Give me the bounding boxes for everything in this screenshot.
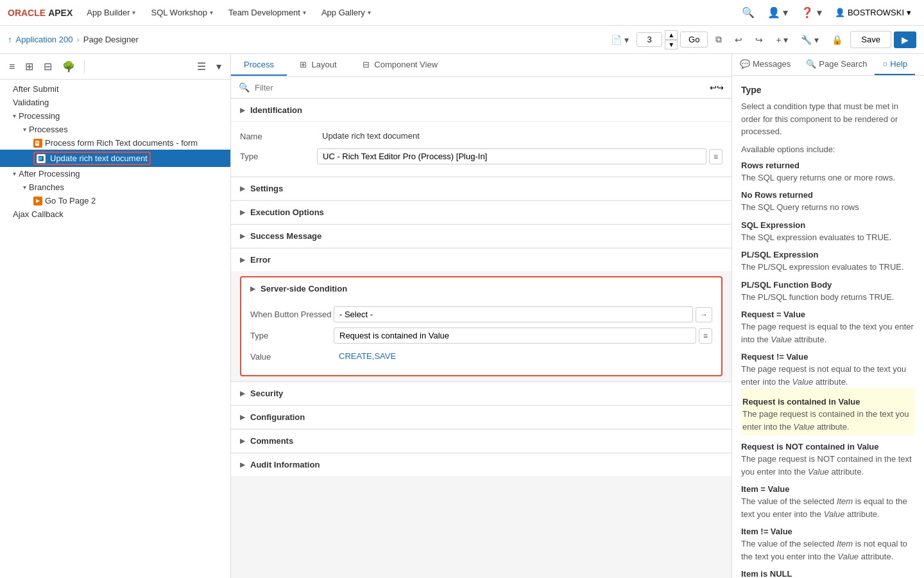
left-panel: ≡ ⊞ ⊟ 🌳 ☰ ▾ After Submit Validating ▾ Pr… xyxy=(0,54,231,578)
when-button-row: When Button Pressed - Select - → xyxy=(250,306,712,322)
go-button[interactable]: Go xyxy=(680,31,708,48)
center-panel: Process ⊞ Layout ⊟ Component View 🔍 ↩↪ xyxy=(231,54,732,578)
user-profile-btn[interactable]: 👤 BOSTROWSKI ▾ xyxy=(830,5,916,20)
condition-type-options-btn[interactable]: ≡ xyxy=(699,328,712,344)
filter-action-btn[interactable]: ↩↪ xyxy=(710,83,724,92)
success-message-chevron: ▶ xyxy=(240,232,245,240)
section-identification: ▶ Identification Name Update rich text d… xyxy=(231,98,732,176)
undo-icon-btn[interactable]: ↩ xyxy=(730,32,748,48)
section-execution-options: ▶ Execution Options xyxy=(231,200,732,223)
tree-item-ajax-callback[interactable]: Ajax Callback xyxy=(0,207,230,221)
tree-item-after-submit[interactable]: After Submit xyxy=(0,82,230,96)
add-icon-btn[interactable]: + ▾ xyxy=(771,32,793,48)
tree-item-process-form[interactable]: Process form Rich Text documents - form xyxy=(0,136,230,150)
security-header[interactable]: ▶ Security xyxy=(231,381,732,405)
save-button[interactable]: Save xyxy=(850,31,891,48)
user-chevron-icon: ▾ xyxy=(907,8,911,17)
tree-item-processes[interactable]: ▾ Processes xyxy=(0,123,230,136)
when-button-options-btn[interactable]: → xyxy=(696,307,712,322)
branch-icon xyxy=(33,197,42,206)
section-security: ▶ Security xyxy=(231,381,732,405)
comments-chevron: ▶ xyxy=(240,437,245,444)
tab-component-view[interactable]: ⊟ Component View xyxy=(350,55,450,76)
more-icon[interactable]: ▾ xyxy=(212,58,225,75)
configuration-chevron: ▶ xyxy=(240,414,245,421)
tree-item-after-processing[interactable]: ▾ After Processing xyxy=(0,167,230,180)
svg-marker-5 xyxy=(36,199,40,203)
team-development-menu[interactable]: Team Development ▾ xyxy=(222,5,312,20)
redo-icon-btn[interactable]: ↪ xyxy=(750,32,768,48)
type-select[interactable]: UC - Rich Text Editor Pro (Process) [Plu… xyxy=(317,148,706,164)
branches-chevron: ▾ xyxy=(23,184,26,191)
sub-header: ↑ Application 200 › Page Designer 📄 ▾ ▲ … xyxy=(0,26,924,54)
comments-header[interactable]: ▶ Comments xyxy=(231,429,732,452)
success-message-header[interactable]: ▶ Success Message xyxy=(231,224,732,247)
user-avatar-icon: 👤 xyxy=(835,8,845,17)
view-split-icon[interactable]: ⊟ xyxy=(40,58,56,75)
error-chevron: ▶ xyxy=(240,256,245,263)
page-designer-label: Page Designer xyxy=(83,35,139,44)
tab-page-search[interactable]: 🔍 Page Search xyxy=(798,54,875,75)
help-item-item-not-equals-value: Item != Value The value of the selected … xyxy=(741,527,915,563)
up-icon: ↑ xyxy=(8,35,12,44)
help-item-plsql-expression: PL/SQL Expression The PL/SQL expression … xyxy=(741,250,915,274)
lock-icon-btn[interactable]: 🔒 xyxy=(826,32,848,48)
tab-help[interactable]: ○ Help xyxy=(875,54,915,75)
page-search-icon: 🔍 xyxy=(806,59,816,69)
right-content: Type Select a condition type that must b… xyxy=(732,76,924,578)
page-up-btn[interactable]: ▲ xyxy=(665,30,678,40)
wrench-icon-btn[interactable]: 🔧 ▾ xyxy=(796,32,824,48)
oracle-text: ORACLE xyxy=(8,8,46,18)
app-link[interactable]: Application 200 xyxy=(16,35,73,44)
tab-layout[interactable]: ⊞ Layout xyxy=(287,55,350,76)
help-icon-btn[interactable]: ❓ ▾ xyxy=(796,4,826,21)
filter-icon[interactable]: ☰ xyxy=(193,58,210,75)
tree-item-processing[interactable]: ▾ Processing xyxy=(0,109,230,123)
when-button-select[interactable]: - Select - xyxy=(334,306,693,322)
condition-type-select[interactable]: Request is contained in Value xyxy=(334,328,696,344)
tree-item-goto-page2[interactable]: Go To Page 2 xyxy=(0,194,230,207)
type-options-btn[interactable]: ≡ xyxy=(709,149,723,164)
after-processing-chevron: ▾ xyxy=(13,170,16,177)
view-grid-icon[interactable]: ⊞ xyxy=(21,58,37,75)
oracle-logo: ORACLE APEX xyxy=(8,8,73,18)
page-number-input[interactable] xyxy=(637,32,662,47)
error-header[interactable]: ▶ Error xyxy=(231,248,732,271)
filter-bar: 🔍 ↩↪ xyxy=(231,77,732,98)
tree-item-validating[interactable]: Validating xyxy=(0,96,230,109)
username-label: BOSTROWSKI xyxy=(848,8,904,17)
tab-process[interactable]: Process xyxy=(231,55,287,76)
execution-options-header[interactable]: ▶ Execution Options xyxy=(231,200,732,223)
security-chevron: ▶ xyxy=(240,390,245,397)
settings-header[interactable]: ▶ Settings xyxy=(231,177,732,200)
identification-header[interactable]: ▶ Identification xyxy=(231,98,732,121)
server-condition-header[interactable]: ▶ Server-side Condition xyxy=(241,277,721,300)
run-button[interactable]: ▶ xyxy=(894,31,916,48)
app-builder-menu[interactable]: App Builder ▾ xyxy=(80,5,142,20)
view-tree-icon[interactable]: 🌳 xyxy=(58,58,79,75)
app-gallery-menu[interactable]: App Gallery ▾ xyxy=(315,5,377,20)
tab-messages[interactable]: 💬 Messages xyxy=(732,54,798,75)
user-icon-btn[interactable]: 👤 ▾ xyxy=(762,4,793,21)
tree-item-branches[interactable]: ▾ Branches xyxy=(0,180,230,194)
filter-input[interactable] xyxy=(255,83,705,92)
page-down-btn[interactable]: ▼ xyxy=(665,40,678,49)
page-copy-icon-btn[interactable]: 📄 ▾ xyxy=(606,32,634,48)
left-content: After Submit Validating ▾ Processing ▾ P… xyxy=(0,80,230,578)
search-icon-btn[interactable]: 🔍 xyxy=(737,4,760,21)
view-list-icon[interactable]: ≡ xyxy=(5,58,19,75)
section-comments: ▶ Comments xyxy=(231,429,732,452)
configuration-header[interactable]: ▶ Configuration xyxy=(231,405,732,428)
breadcrumb-separator: › xyxy=(76,35,79,44)
app-builder-chevron: ▾ xyxy=(132,9,135,16)
process-icon: P xyxy=(37,154,46,163)
help-available-label: Available options include: xyxy=(741,144,915,154)
section-audit-information: ▶ Audit Information xyxy=(231,453,732,476)
tree-item-update-rich-text[interactable]: P Update rich text document xyxy=(0,150,230,167)
section-server-condition: ▶ Server-side Condition When Button Pres… xyxy=(240,276,723,376)
audit-information-header[interactable]: ▶ Audit Information xyxy=(231,453,732,476)
condition-value-row: Value CREATE,SAVE xyxy=(250,349,712,363)
sql-workshop-menu[interactable]: SQL Workshop ▾ xyxy=(144,5,219,20)
identification-body: Name Update rich text document Type UC -… xyxy=(231,121,732,176)
copy-icon-btn[interactable]: ⧉ xyxy=(710,31,727,48)
